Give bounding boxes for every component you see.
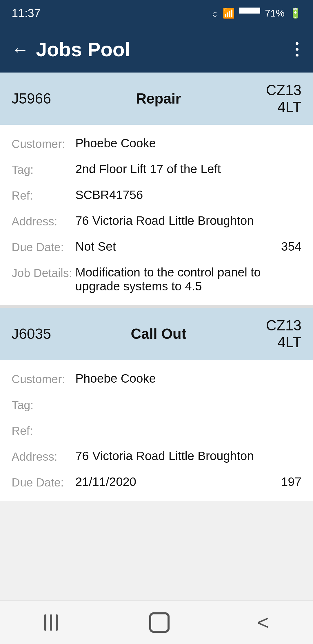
back-icon: < — [257, 611, 269, 634]
label-address-1: Address: — [12, 449, 75, 463]
detail-row: Ref: — [0, 417, 313, 443]
value-ref-0: SCBR41756 — [75, 188, 301, 202]
value-jobdetails-0: Modification to the control panel to upg… — [75, 265, 301, 293]
menu-bar-1 — [44, 614, 46, 631]
app-bar: ← Jobs Pool — [0, 26, 313, 73]
detail-row: Customer: Phoebe Cooke — [0, 366, 313, 392]
value-address-0: 76 Victoria Road Little Broughton — [75, 214, 301, 228]
main-content: J5966 Repair CZ13 4LT Customer: Phoebe C… — [0, 73, 313, 544]
detail-row: Tag: 2nd Floor Lift 17 of the Left — [0, 156, 313, 182]
label-address-0: Address: — [12, 214, 75, 228]
card-divider — [0, 305, 313, 308]
menu-bar-3 — [56, 614, 58, 631]
value-customer-1: Phoebe Cooke — [75, 372, 301, 386]
back-button[interactable]: ← — [12, 39, 29, 59]
dot2 — [296, 48, 299, 51]
value-extra-0: 354 — [272, 240, 301, 254]
detail-row: Job Details: Modification to the control… — [0, 260, 313, 299]
job-header-1: J6035 Call Out CZ13 4LT — [0, 308, 313, 360]
wifi-icon: 📶 — [223, 7, 235, 19]
status-bar: 11:37 ⌕ 📶 ▀▀▀ 71% 🔋 — [0, 0, 313, 26]
signal-icon: ▀▀▀ — [239, 8, 260, 19]
label-duedate-0: Due Date: — [12, 240, 75, 254]
label-customer-0: Customer: — [12, 136, 75, 151]
job-body-0: Customer: Phoebe Cooke Tag: 2nd Floor Li… — [0, 125, 313, 305]
job-reg-1: CZ13 4LT — [266, 317, 301, 351]
label-customer-1: Customer: — [12, 372, 75, 386]
job-reg-0: CZ13 4LT — [266, 82, 301, 115]
value-customer-0: Phoebe Cooke — [75, 136, 301, 150]
nav-back-button[interactable]: < — [257, 611, 269, 634]
nav-menu-button[interactable] — [44, 614, 61, 631]
job-card-0[interactable]: J5966 Repair CZ13 4LT Customer: Phoebe C… — [0, 73, 313, 305]
job-body-1: Customer: Phoebe Cooke Tag: Ref: Address… — [0, 360, 313, 501]
value-address-1: 76 Victoria Road Little Broughton — [75, 449, 301, 463]
job-id-1: J6035 — [12, 325, 51, 342]
status-icons: ⌕ 📶 ▀▀▀ 71% 🔋 — [212, 7, 301, 19]
label-tag-1: Tag: — [12, 397, 75, 412]
job-card-1[interactable]: J6035 Call Out CZ13 4LT Customer: Phoebe… — [0, 308, 313, 501]
nav-home-button[interactable] — [149, 612, 170, 633]
dot1 — [296, 42, 299, 45]
value-duedate-1: 21/11/2020 — [75, 475, 272, 489]
battery-level: 71% — [265, 8, 285, 19]
label-ref-1: Ref: — [12, 423, 75, 437]
job-type-1: Call Out — [131, 325, 186, 342]
status-time: 11:37 — [12, 7, 41, 20]
label-duedate-1: Due Date: — [12, 475, 75, 489]
detail-row: Ref: SCBR41756 — [0, 182, 313, 208]
app-bar-left: ← Jobs Pool — [12, 38, 130, 61]
nav-bar: < — [0, 600, 313, 644]
label-jobdetails-0: Job Details: — [12, 265, 75, 280]
home-icon — [149, 612, 170, 633]
detail-row: Tag: — [0, 392, 313, 417]
detail-row: Due Date: 21/11/2020 197 — [0, 469, 313, 495]
detail-row: Address: 76 Victoria Road Little Brought… — [0, 443, 313, 469]
detail-row: Address: 76 Victoria Road Little Brought… — [0, 208, 313, 234]
value-duedate-0: Not Set — [75, 240, 272, 254]
detail-row: Customer: Phoebe Cooke — [0, 131, 313, 156]
job-header-0: J5966 Repair CZ13 4LT — [0, 73, 313, 125]
menu-bar-2 — [50, 614, 52, 631]
detail-row: Due Date: Not Set 354 — [0, 234, 313, 260]
location-icon: ⌕ — [212, 8, 218, 19]
label-tag-0: Tag: — [12, 162, 75, 176]
battery-icon: 🔋 — [289, 7, 301, 19]
menu-icon — [44, 614, 61, 631]
value-extra-1: 197 — [272, 475, 301, 489]
page-title: Jobs Pool — [36, 38, 130, 61]
dot3 — [296, 54, 299, 57]
value-tag-0: 2nd Floor Lift 17 of the Left — [75, 162, 301, 176]
label-ref-0: Ref: — [12, 188, 75, 202]
more-menu-button[interactable] — [293, 39, 301, 59]
job-type-0: Repair — [136, 90, 181, 107]
job-id-0: J5966 — [12, 90, 51, 107]
